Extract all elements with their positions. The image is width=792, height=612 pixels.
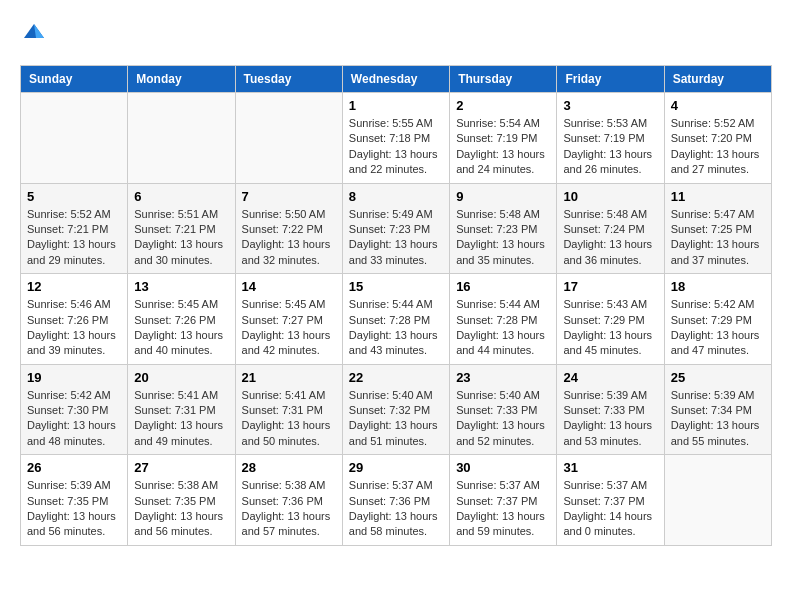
calendar-cell: 9Sunrise: 5:48 AM Sunset: 7:23 PM Daylig… — [450, 183, 557, 274]
day-header-monday: Monday — [128, 66, 235, 93]
calendar-cell: 14Sunrise: 5:45 AM Sunset: 7:27 PM Dayli… — [235, 274, 342, 365]
calendar-cell — [235, 93, 342, 184]
calendar-cell — [21, 93, 128, 184]
week-row-1: 1Sunrise: 5:55 AM Sunset: 7:18 PM Daylig… — [21, 93, 772, 184]
calendar-cell: 31Sunrise: 5:37 AM Sunset: 7:37 PM Dayli… — [557, 455, 664, 546]
day-header-thursday: Thursday — [450, 66, 557, 93]
day-number: 10 — [563, 189, 657, 204]
calendar-cell: 26Sunrise: 5:39 AM Sunset: 7:35 PM Dayli… — [21, 455, 128, 546]
day-info: Sunrise: 5:53 AM Sunset: 7:19 PM Dayligh… — [563, 116, 657, 178]
day-info: Sunrise: 5:37 AM Sunset: 7:37 PM Dayligh… — [456, 478, 550, 540]
days-header-row: SundayMondayTuesdayWednesdayThursdayFrid… — [21, 66, 772, 93]
calendar-cell: 13Sunrise: 5:45 AM Sunset: 7:26 PM Dayli… — [128, 274, 235, 365]
day-info: Sunrise: 5:37 AM Sunset: 7:37 PM Dayligh… — [563, 478, 657, 540]
day-info: Sunrise: 5:49 AM Sunset: 7:23 PM Dayligh… — [349, 207, 443, 269]
day-number: 19 — [27, 370, 121, 385]
day-number: 11 — [671, 189, 765, 204]
calendar-cell: 22Sunrise: 5:40 AM Sunset: 7:32 PM Dayli… — [342, 364, 449, 455]
calendar-cell: 19Sunrise: 5:42 AM Sunset: 7:30 PM Dayli… — [21, 364, 128, 455]
day-info: Sunrise: 5:37 AM Sunset: 7:36 PM Dayligh… — [349, 478, 443, 540]
day-info: Sunrise: 5:39 AM Sunset: 7:33 PM Dayligh… — [563, 388, 657, 450]
calendar-cell: 17Sunrise: 5:43 AM Sunset: 7:29 PM Dayli… — [557, 274, 664, 365]
calendar-cell: 21Sunrise: 5:41 AM Sunset: 7:31 PM Dayli… — [235, 364, 342, 455]
day-number: 24 — [563, 370, 657, 385]
day-info: Sunrise: 5:54 AM Sunset: 7:19 PM Dayligh… — [456, 116, 550, 178]
day-header-wednesday: Wednesday — [342, 66, 449, 93]
day-info: Sunrise: 5:45 AM Sunset: 7:26 PM Dayligh… — [134, 297, 228, 359]
calendar-cell: 11Sunrise: 5:47 AM Sunset: 7:25 PM Dayli… — [664, 183, 771, 274]
day-number: 14 — [242, 279, 336, 294]
day-info: Sunrise: 5:45 AM Sunset: 7:27 PM Dayligh… — [242, 297, 336, 359]
day-info: Sunrise: 5:41 AM Sunset: 7:31 PM Dayligh… — [134, 388, 228, 450]
calendar-cell: 15Sunrise: 5:44 AM Sunset: 7:28 PM Dayli… — [342, 274, 449, 365]
day-number: 5 — [27, 189, 121, 204]
week-row-5: 26Sunrise: 5:39 AM Sunset: 7:35 PM Dayli… — [21, 455, 772, 546]
day-number: 1 — [349, 98, 443, 113]
calendar-table: SundayMondayTuesdayWednesdayThursdayFrid… — [20, 65, 772, 546]
calendar-cell: 4Sunrise: 5:52 AM Sunset: 7:20 PM Daylig… — [664, 93, 771, 184]
day-info: Sunrise: 5:43 AM Sunset: 7:29 PM Dayligh… — [563, 297, 657, 359]
day-info: Sunrise: 5:46 AM Sunset: 7:26 PM Dayligh… — [27, 297, 121, 359]
calendar-cell: 10Sunrise: 5:48 AM Sunset: 7:24 PM Dayli… — [557, 183, 664, 274]
day-number: 31 — [563, 460, 657, 475]
week-row-4: 19Sunrise: 5:42 AM Sunset: 7:30 PM Dayli… — [21, 364, 772, 455]
day-number: 23 — [456, 370, 550, 385]
day-info: Sunrise: 5:52 AM Sunset: 7:21 PM Dayligh… — [27, 207, 121, 269]
day-number: 17 — [563, 279, 657, 294]
day-info: Sunrise: 5:39 AM Sunset: 7:34 PM Dayligh… — [671, 388, 765, 450]
day-number: 8 — [349, 189, 443, 204]
day-info: Sunrise: 5:40 AM Sunset: 7:32 PM Dayligh… — [349, 388, 443, 450]
day-info: Sunrise: 5:44 AM Sunset: 7:28 PM Dayligh… — [456, 297, 550, 359]
day-number: 22 — [349, 370, 443, 385]
day-number: 7 — [242, 189, 336, 204]
day-info: Sunrise: 5:48 AM Sunset: 7:24 PM Dayligh… — [563, 207, 657, 269]
day-info: Sunrise: 5:52 AM Sunset: 7:20 PM Dayligh… — [671, 116, 765, 178]
day-info: Sunrise: 5:50 AM Sunset: 7:22 PM Dayligh… — [242, 207, 336, 269]
day-number: 12 — [27, 279, 121, 294]
day-header-tuesday: Tuesday — [235, 66, 342, 93]
day-info: Sunrise: 5:44 AM Sunset: 7:28 PM Dayligh… — [349, 297, 443, 359]
calendar-cell: 7Sunrise: 5:50 AM Sunset: 7:22 PM Daylig… — [235, 183, 342, 274]
day-info: Sunrise: 5:41 AM Sunset: 7:31 PM Dayligh… — [242, 388, 336, 450]
calendar-cell: 3Sunrise: 5:53 AM Sunset: 7:19 PM Daylig… — [557, 93, 664, 184]
week-row-3: 12Sunrise: 5:46 AM Sunset: 7:26 PM Dayli… — [21, 274, 772, 365]
day-info: Sunrise: 5:40 AM Sunset: 7:33 PM Dayligh… — [456, 388, 550, 450]
day-number: 20 — [134, 370, 228, 385]
calendar-cell: 16Sunrise: 5:44 AM Sunset: 7:28 PM Dayli… — [450, 274, 557, 365]
day-info: Sunrise: 5:38 AM Sunset: 7:36 PM Dayligh… — [242, 478, 336, 540]
day-info: Sunrise: 5:42 AM Sunset: 7:30 PM Dayligh… — [27, 388, 121, 450]
day-header-friday: Friday — [557, 66, 664, 93]
day-info: Sunrise: 5:51 AM Sunset: 7:21 PM Dayligh… — [134, 207, 228, 269]
calendar-cell: 18Sunrise: 5:42 AM Sunset: 7:29 PM Dayli… — [664, 274, 771, 365]
day-number: 30 — [456, 460, 550, 475]
calendar-cell: 12Sunrise: 5:46 AM Sunset: 7:26 PM Dayli… — [21, 274, 128, 365]
day-number: 13 — [134, 279, 228, 294]
calendar-cell — [128, 93, 235, 184]
week-row-2: 5Sunrise: 5:52 AM Sunset: 7:21 PM Daylig… — [21, 183, 772, 274]
day-number: 21 — [242, 370, 336, 385]
calendar-cell: 28Sunrise: 5:38 AM Sunset: 7:36 PM Dayli… — [235, 455, 342, 546]
day-number: 3 — [563, 98, 657, 113]
calendar-cell: 29Sunrise: 5:37 AM Sunset: 7:36 PM Dayli… — [342, 455, 449, 546]
calendar-cell: 30Sunrise: 5:37 AM Sunset: 7:37 PM Dayli… — [450, 455, 557, 546]
calendar-cell: 25Sunrise: 5:39 AM Sunset: 7:34 PM Dayli… — [664, 364, 771, 455]
day-header-sunday: Sunday — [21, 66, 128, 93]
day-number: 2 — [456, 98, 550, 113]
calendar-cell: 2Sunrise: 5:54 AM Sunset: 7:19 PM Daylig… — [450, 93, 557, 184]
day-info: Sunrise: 5:55 AM Sunset: 7:18 PM Dayligh… — [349, 116, 443, 178]
calendar-cell — [664, 455, 771, 546]
calendar-cell: 23Sunrise: 5:40 AM Sunset: 7:33 PM Dayli… — [450, 364, 557, 455]
calendar-cell: 5Sunrise: 5:52 AM Sunset: 7:21 PM Daylig… — [21, 183, 128, 274]
calendar-cell: 27Sunrise: 5:38 AM Sunset: 7:35 PM Dayli… — [128, 455, 235, 546]
logo — [20, 20, 46, 49]
calendar-cell: 1Sunrise: 5:55 AM Sunset: 7:18 PM Daylig… — [342, 93, 449, 184]
day-number: 18 — [671, 279, 765, 294]
day-info: Sunrise: 5:47 AM Sunset: 7:25 PM Dayligh… — [671, 207, 765, 269]
day-info: Sunrise: 5:39 AM Sunset: 7:35 PM Dayligh… — [27, 478, 121, 540]
page-header — [20, 20, 772, 49]
day-number: 29 — [349, 460, 443, 475]
logo-icon — [22, 20, 46, 44]
day-number: 15 — [349, 279, 443, 294]
day-number: 16 — [456, 279, 550, 294]
day-number: 25 — [671, 370, 765, 385]
